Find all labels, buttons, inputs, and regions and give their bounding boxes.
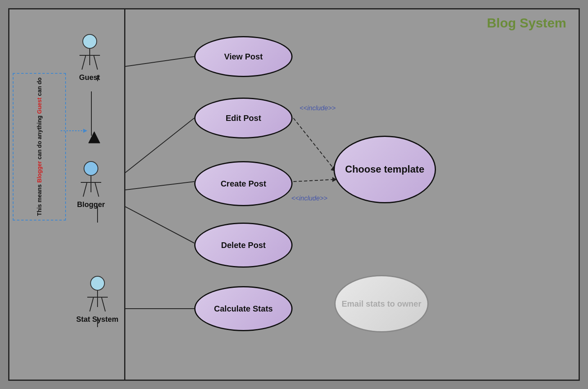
include-label-2: <<include>> (291, 195, 327, 202)
blogger-legs (86, 183, 95, 197)
stat-system-actor: Stat System (76, 276, 118, 324)
stat-system-leg-left (89, 298, 93, 312)
include-label-1: <<include>> (300, 105, 336, 112)
calculate-stats-usecase: Calculate Stats (194, 286, 293, 331)
choose-template-label: Choose template (345, 164, 424, 175)
guest-leg-right (93, 56, 98, 70)
view-post-usecase: View Post (194, 36, 293, 77)
blogger-leg-left (83, 183, 87, 197)
main-diagram-container: Guest Blogger (8, 8, 580, 381)
delete-post-label: Delete Post (221, 240, 266, 250)
guest-actor: Guest (79, 34, 100, 82)
svg-line-12 (293, 118, 334, 168)
stat-system-label: Stat System (76, 315, 118, 324)
svg-marker-6 (83, 129, 87, 133)
svg-line-10 (125, 193, 194, 243)
stat-system-leg-right (101, 298, 106, 312)
email-stats-label: Email stats to owner (342, 299, 422, 309)
system-label: Blog System (487, 16, 566, 31)
svg-line-8 (125, 118, 194, 193)
view-post-label: View Post (224, 52, 263, 61)
blogger-label: Blogger (77, 200, 105, 209)
guest-body (79, 49, 100, 70)
edit-post-usecase: Edit Post (194, 98, 293, 139)
blogger-head (84, 161, 98, 176)
actors-panel: Guest Blogger (9, 9, 124, 380)
edit-post-label: Edit Post (226, 113, 261, 123)
guest-label: Guest (79, 73, 100, 82)
blogger-actor: Blogger (77, 161, 105, 209)
svg-line-14 (293, 180, 334, 182)
stat-system-body (87, 291, 108, 312)
guest-head (82, 34, 97, 49)
stat-system-head (90, 276, 105, 291)
svg-marker-4 (89, 132, 100, 143)
svg-line-9 (125, 182, 194, 193)
calculate-stats-label: Calculate Stats (214, 304, 272, 314)
stat-system-legs (93, 298, 102, 312)
annotation-box (13, 73, 66, 221)
email-stats-usecase: Email stats to owner (334, 275, 429, 332)
guest-leg-left (81, 56, 86, 70)
choose-template-usecase: Choose template (334, 136, 436, 203)
blogger-leg-right (95, 183, 99, 197)
delete-post-usecase: Delete Post (194, 223, 293, 268)
inheritance-triangle (88, 131, 101, 146)
create-post-label: Create Post (220, 179, 266, 189)
svg-line-7 (125, 57, 194, 70)
blogger-body (81, 176, 101, 197)
create-post-usecase: Create Post (194, 161, 293, 206)
guest-legs (85, 56, 94, 70)
usecases-panel: Blog System View Post (124, 9, 579, 380)
